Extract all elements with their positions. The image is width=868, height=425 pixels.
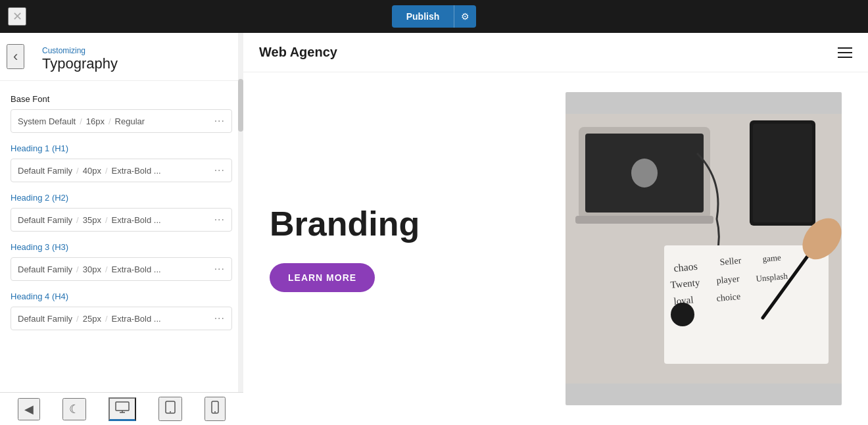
sep10: / xyxy=(105,314,108,324)
heading2-family: Default Family xyxy=(18,215,72,225)
sep7: / xyxy=(76,264,79,274)
heading3-section: Heading 3 (H3) Default Family / 30px / E… xyxy=(11,242,232,281)
close-icon: ✕ xyxy=(12,9,22,24)
heading3-more[interactable]: ··· xyxy=(214,263,225,275)
base-font-weight: Regular xyxy=(115,116,145,126)
heading1-more[interactable]: ··· xyxy=(214,164,225,176)
base-font-label: Base Font xyxy=(11,94,232,104)
bottom-toolbar: ◀ ☾ xyxy=(0,392,243,425)
sep5: / xyxy=(76,215,79,225)
hamburger-menu[interactable] xyxy=(838,47,852,58)
publish-button[interactable]: Publish xyxy=(392,5,454,28)
svg-text:choice: choice xyxy=(716,291,741,303)
preview-svg: chaos Seller game Twenty player Unsplash… xyxy=(566,92,842,405)
svg-text:player: player xyxy=(716,274,740,286)
svg-text:chaos: chaos xyxy=(673,261,698,274)
sep9: / xyxy=(76,314,79,324)
preview-right: chaos Seller game Twenty player Unsplash… xyxy=(566,92,842,405)
preview-left: Branding LEARN MORE xyxy=(270,92,539,405)
main-layout: ‹ Customizing Typography Base Font Syste… xyxy=(0,33,868,425)
heading4-weight: Extra-Bold ... xyxy=(112,314,161,324)
undo-button[interactable]: ◀ xyxy=(18,398,40,420)
hamburger-line1 xyxy=(838,47,852,49)
moon-icon: ☾ xyxy=(69,402,80,416)
sep3: / xyxy=(76,166,79,176)
tablet-icon xyxy=(165,401,176,417)
mobile-button[interactable] xyxy=(205,397,226,421)
heading4-control[interactable]: Default Family / 25px / Extra-Bold ... ·… xyxy=(11,307,232,330)
heading2-weight: Extra-Bold ... xyxy=(112,215,161,225)
gear-icon: ⚙ xyxy=(461,11,470,22)
sidebar: ‹ Customizing Typography Base Font Syste… xyxy=(0,33,243,425)
heading1-family: Default Family xyxy=(18,166,72,176)
back-button[interactable]: ‹ xyxy=(7,44,24,69)
heading4-size: 25px xyxy=(83,314,101,324)
separator2: / xyxy=(108,116,111,126)
heading4-label: Heading 4 (H4) xyxy=(11,291,232,301)
scrollbar-thumb[interactable] xyxy=(238,79,243,132)
sidebar-header: ‹ Customizing Typography xyxy=(0,33,243,81)
hamburger-line2 xyxy=(838,52,852,53)
hamburger-line3 xyxy=(838,57,852,58)
heading1-control[interactable]: Default Family / 40px / Extra-Bold ... ·… xyxy=(11,159,232,182)
separator1: / xyxy=(80,116,82,126)
svg-point-4 xyxy=(170,411,171,413)
svg-point-6 xyxy=(214,411,216,413)
heading2-more[interactable]: ··· xyxy=(214,214,225,226)
heading3-label: Heading 3 (H3) xyxy=(11,242,232,252)
desktop-icon xyxy=(115,401,130,416)
site-title: Web Agency xyxy=(259,45,337,60)
base-font-control[interactable]: System Default / 16px / Regular ··· xyxy=(11,109,232,133)
moon-button[interactable]: ☾ xyxy=(62,398,86,420)
svg-rect-11 xyxy=(575,216,713,224)
svg-text:game: game xyxy=(762,253,782,264)
base-font-size: 16px xyxy=(86,116,105,126)
preview-content: Branding LEARN MORE xyxy=(243,72,868,425)
heading1-size: 40px xyxy=(83,166,101,176)
heading4-more[interactable]: ··· xyxy=(214,312,225,324)
heading3-family: Default Family xyxy=(18,264,72,274)
heading2-section: Heading 2 (H2) Default Family / 35px / E… xyxy=(11,193,232,232)
scrollbar-track xyxy=(238,33,243,392)
svg-rect-15 xyxy=(753,124,812,222)
preview-area: Web Agency Branding LEARN MORE xyxy=(243,33,868,425)
heading1-section: Heading 1 (H1) Default Family / 40px / E… xyxy=(11,143,232,182)
sep6: / xyxy=(105,215,108,225)
base-font-family: System Default xyxy=(18,116,76,126)
sep8: / xyxy=(105,264,108,274)
learn-more-button[interactable]: LEARN MORE xyxy=(270,263,375,292)
undo-icon: ◀ xyxy=(24,402,34,416)
heading1-weight: Extra-Bold ... xyxy=(112,166,161,176)
publish-settings-button[interactable]: ⚙ xyxy=(454,5,476,28)
typography-title: Typography xyxy=(42,55,232,80)
svg-point-27 xyxy=(671,303,694,326)
back-icon: ‹ xyxy=(13,48,18,64)
publish-area: Publish ⚙ xyxy=(392,5,477,28)
sidebar-wrapper: ‹ Customizing Typography Base Font Syste… xyxy=(0,33,243,425)
close-button[interactable]: ✕ xyxy=(8,7,26,26)
desktop-button[interactable] xyxy=(108,397,136,421)
heading3-weight: Extra-Bold ... xyxy=(112,264,161,274)
sidebar-content: Base Font System Default / 16px / Regula… xyxy=(0,81,243,392)
preview-image: chaos Seller game Twenty player Unsplash… xyxy=(566,92,842,405)
heading2-size: 35px xyxy=(83,215,101,225)
svg-rect-0 xyxy=(116,402,129,411)
customizing-label: Customizing xyxy=(42,43,232,55)
base-font-section: Base Font System Default / 16px / Regula… xyxy=(11,94,232,133)
heading3-control[interactable]: Default Family / 30px / Extra-Bold ... ·… xyxy=(11,257,232,281)
sep4: / xyxy=(105,166,108,176)
heading4-family: Default Family xyxy=(18,314,72,324)
branding-heading: Branding xyxy=(270,205,539,243)
heading4-section: Heading 4 (H4) Default Family / 25px / E… xyxy=(11,291,232,330)
top-bar: ✕ Publish ⚙ xyxy=(0,0,868,33)
svg-point-10 xyxy=(631,159,658,188)
heading3-size: 30px xyxy=(83,264,101,274)
heading2-control[interactable]: Default Family / 35px / Extra-Bold ... ·… xyxy=(11,208,232,232)
mobile-icon xyxy=(211,401,219,417)
tablet-button[interactable] xyxy=(158,397,182,421)
base-font-more[interactable]: ··· xyxy=(214,115,225,127)
preview-nav: Web Agency xyxy=(243,33,868,72)
heading1-label: Heading 1 (H1) xyxy=(11,143,232,153)
svg-text:Seller: Seller xyxy=(719,255,742,267)
heading2-label: Heading 2 (H2) xyxy=(11,193,232,203)
